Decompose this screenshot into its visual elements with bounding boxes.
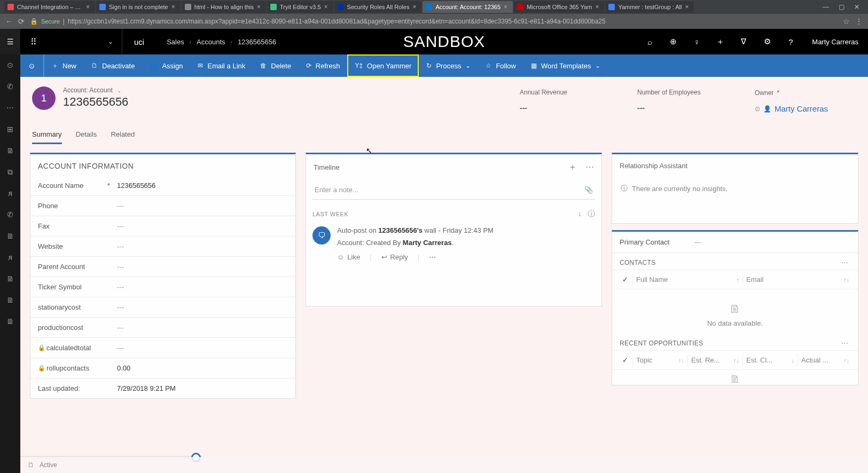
- nav-comp2-icon[interactable]: 🗎: [0, 289, 20, 311]
- nav-other-icon[interactable]: 🗎: [0, 311, 20, 332]
- url-input[interactable]: 🔒 Secure | https://gccbn1v9test1.crm9.dy…: [30, 18, 838, 25]
- nav-more-icon[interactable]: ⋯: [0, 97, 20, 119]
- nav-call-icon[interactable]: ✆: [0, 76, 20, 97]
- col-est-rev[interactable]: Est. Re...↑↓: [687, 354, 742, 366]
- close-icon[interactable]: ×: [324, 3, 328, 11]
- assist-icon[interactable]: ♀: [685, 29, 708, 54]
- assign-button[interactable]: 👤Assign: [142, 54, 190, 77]
- close-icon[interactable]: ×: [257, 3, 261, 11]
- col-topic[interactable]: Topic↑↓: [632, 354, 687, 366]
- field-stationarycost[interactable]: stationarycost---: [30, 297, 295, 318]
- area-selector[interactable]: ⌄: [47, 38, 122, 45]
- field-account-name[interactable]: Account Name*1236565656: [30, 176, 295, 196]
- field-ticker[interactable]: Ticker Symbol---: [30, 277, 295, 297]
- nav-activities-icon[interactable]: 🗎: [0, 140, 20, 161]
- open-yammer-button[interactable]: Y‡Open Yammer: [347, 54, 419, 77]
- deactivate-button[interactable]: 🗋Deactivate: [84, 54, 142, 77]
- nav-contacts-icon[interactable]: ᴙ: [0, 183, 20, 204]
- close-icon[interactable]: ×: [504, 3, 507, 11]
- attachment-icon[interactable]: 📎: [584, 186, 593, 194]
- col-fullname[interactable]: Full Name↑: [632, 273, 742, 286]
- url-text: https://gccbn1v9test1.crm9.dynamics.com/…: [68, 18, 606, 25]
- close-icon[interactable]: ×: [685, 3, 689, 11]
- header-employees: Number of Employees ---: [637, 89, 723, 113]
- word-templates-button[interactable]: ▦Word Templates⌄: [523, 54, 608, 77]
- item-more-icon[interactable]: ⋯: [429, 253, 436, 261]
- sort-icon: ↓: [792, 357, 795, 364]
- section-more-icon[interactable]: ⋯: [841, 339, 850, 347]
- close-icon[interactable]: ×: [412, 3, 416, 11]
- star-icon[interactable]: ☆: [843, 17, 850, 26]
- browser-tab-active[interactable]: Account: Account: 12365×: [423, 1, 513, 13]
- add-activity-icon[interactable]: ＋: [568, 162, 577, 173]
- add-icon[interactable]: ＋: [708, 29, 732, 54]
- col-est-close[interactable]: Est. Cl...↓: [742, 354, 797, 366]
- nav-page-icon[interactable]: 🗎: [0, 225, 20, 247]
- hamburger-icon[interactable]: ☰: [0, 29, 20, 54]
- primary-contact-field[interactable]: Primary Contact---: [612, 232, 858, 253]
- star-icon: ☆: [486, 62, 491, 69]
- maximize-icon[interactable]: ▢: [839, 3, 844, 11]
- search-icon[interactable]: ⌕: [638, 29, 661, 54]
- col-actual[interactable]: Actual ...↑↓: [797, 354, 853, 366]
- app-launcher-icon[interactable]: ⠿: [20, 29, 47, 54]
- nav-dashboard-icon[interactable]: ⊞: [0, 119, 20, 140]
- sort-icon[interactable]: ↓: [578, 209, 582, 219]
- process-button[interactable]: ↻Process⌄: [419, 54, 478, 77]
- info-icon[interactable]: ⓘ: [588, 209, 596, 219]
- browser-tab[interactable]: Channel Integration – Fig×: [4, 1, 95, 13]
- field-fax[interactable]: Fax---: [30, 216, 295, 237]
- field-website[interactable]: Website---: [30, 237, 295, 257]
- nav-back-icon[interactable]: ⊙: [0, 54, 20, 76]
- record-type-label[interactable]: Account: Account⌄: [63, 86, 128, 94]
- browser-tab[interactable]: Yammer : testGroup : All×: [605, 1, 694, 13]
- minimize-icon[interactable]: —: [823, 3, 829, 11]
- close-icon[interactable]: ×: [171, 3, 175, 11]
- nav-people-icon[interactable]: ᴙ: [0, 247, 20, 268]
- task-icon[interactable]: ⊕: [661, 29, 685, 54]
- timeline-more-icon[interactable]: ⋯: [585, 162, 594, 173]
- settings-icon[interactable]: ⚙: [755, 29, 779, 54]
- timeline-item[interactable]: 🗨 Auto-post on 1236565656's wall - Frida…: [306, 221, 601, 266]
- browser-tab[interactable]: html - How to align this×: [182, 1, 266, 13]
- menu-icon[interactable]: ⋮: [855, 17, 863, 26]
- field-parent-account[interactable]: Parent Account---: [30, 257, 295, 277]
- new-button[interactable]: ＋New: [44, 54, 84, 77]
- field-calculatedtotal[interactable]: 🔒calculatedtotal---: [30, 338, 295, 358]
- browser-tab[interactable]: Security Roles All Roles×: [334, 1, 422, 13]
- select-all-icon[interactable]: ✓: [617, 275, 632, 283]
- nav-social-icon[interactable]: ✆: [0, 204, 20, 225]
- field-rollupcontacts[interactable]: 🔒rollupcontacts0.00: [30, 358, 295, 379]
- delete-button[interactable]: 🗑Delete: [253, 54, 299, 77]
- field-productioncost[interactable]: productioncost---: [30, 318, 295, 338]
- email-link-button[interactable]: ✉Email a Link: [190, 54, 253, 77]
- follow-button[interactable]: ☆Follow: [478, 54, 523, 77]
- reload-icon[interactable]: ⟳: [18, 17, 25, 26]
- browser-tab[interactable]: Sign in is not complete×: [96, 1, 181, 13]
- help-icon[interactable]: ?: [779, 29, 802, 54]
- note-input[interactable]: Enter a note...📎: [312, 180, 595, 200]
- nav-accounts-icon[interactable]: ⧉: [0, 161, 20, 183]
- tab-details[interactable]: Details: [76, 130, 97, 144]
- user-name[interactable]: Marty Carreras: [802, 38, 868, 46]
- cmd-back-icon[interactable]: ⊙: [20, 54, 44, 77]
- breadcrumb-module[interactable]: Sales: [167, 38, 184, 46]
- close-icon[interactable]: ×: [86, 3, 90, 11]
- browser-tab[interactable]: Tryit Editor v3.5×: [267, 1, 333, 13]
- col-email[interactable]: Email↑↓: [742, 273, 853, 286]
- breadcrumb-entity[interactable]: Accounts: [197, 38, 225, 46]
- nav-comp-icon[interactable]: 🗎: [0, 268, 20, 289]
- back-icon[interactable]: ←: [5, 17, 13, 26]
- select-all-icon[interactable]: ✓: [617, 356, 632, 364]
- filter-icon[interactable]: ∇: [732, 29, 755, 54]
- like-button[interactable]: ☺Like: [337, 253, 360, 261]
- close-icon[interactable]: ×: [595, 3, 599, 11]
- field-phone[interactable]: Phone---: [30, 196, 295, 216]
- close-window-icon[interactable]: ✕: [854, 3, 859, 11]
- refresh-button[interactable]: ⟳Refresh: [299, 54, 348, 77]
- browser-tab[interactable]: Microsoft Office 365 Yam×: [514, 1, 604, 13]
- section-more-icon[interactable]: ⋯: [841, 258, 850, 266]
- tab-summary[interactable]: Summary: [32, 130, 62, 144]
- reply-button[interactable]: ↩Reply: [381, 253, 408, 261]
- tab-related[interactable]: Related: [111, 130, 135, 144]
